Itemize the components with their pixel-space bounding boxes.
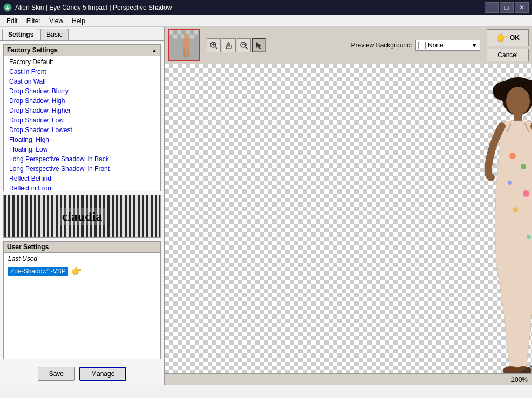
- svg-marker-39: [483, 291, 532, 373]
- list-item[interactable]: Drop Shadow, Low: [4, 115, 160, 125]
- svg-rect-6: [194, 30, 198, 35]
- watermark-area: claudia: [4, 195, 160, 237]
- scroll-indicator: ▲: [152, 47, 157, 53]
- save-button[interactable]: Save: [38, 367, 75, 381]
- zoom-in-icon: [209, 41, 218, 50]
- left-panel: Settings Basic Factory Settings ▲ Factor…: [0, 27, 165, 385]
- right-panel: Preview Background: None ▼ 👉 OK Cancel: [165, 27, 532, 385]
- svg-rect-7: [173, 35, 178, 39]
- dropdown-arrow-icon: ▼: [471, 42, 478, 49]
- toolbar-tools: [207, 38, 266, 52]
- user-item[interactable]: Zoe-Shadow1-VSP 👉: [4, 265, 160, 277]
- arrow-icon: 👉: [71, 266, 82, 276]
- svg-rect-12: [183, 49, 186, 57]
- list-item[interactable]: Factory Default: [4, 57, 160, 67]
- list-item[interactable]: Drop Shadow, Higher: [4, 106, 160, 115]
- factory-settings-header: Factory Settings ▲: [4, 45, 160, 56]
- list-item[interactable]: Floating, Low: [4, 145, 160, 154]
- preview-thumbnail: [168, 29, 200, 61]
- svg-marker-38: [483, 291, 532, 373]
- tab-bar: Settings Basic: [0, 27, 164, 41]
- list-item[interactable]: Reflect Behind: [4, 174, 160, 183]
- zoom-level: 100%: [511, 376, 528, 383]
- svg-rect-13: [187, 49, 189, 57]
- menu-edit[interactable]: Edit: [2, 16, 22, 26]
- zoom-tool[interactable]: [237, 38, 251, 52]
- app-icon: A: [3, 3, 12, 12]
- pan-tool[interactable]: [222, 38, 236, 52]
- list-item[interactable]: Reflect in Front: [4, 183, 160, 191]
- shadow-svg: [316, 269, 532, 373]
- preview-bg-select[interactable]: None ▼: [415, 40, 480, 51]
- svg-point-10: [184, 33, 188, 38]
- svg-rect-4: [177, 30, 181, 35]
- preview-canvas[interactable]: [165, 64, 532, 373]
- tab-basic[interactable]: Basic: [40, 29, 68, 40]
- close-button[interactable]: ✕: [515, 2, 529, 13]
- svg-point-33: [527, 235, 531, 239]
- ok-cancel-buttons: 👉 OK Cancel: [487, 29, 529, 61]
- svg-rect-9: [190, 35, 194, 39]
- svg-point-31: [523, 190, 529, 197]
- preview-bg-label: Preview Background:: [351, 42, 412, 49]
- maximize-button[interactable]: □: [500, 2, 514, 13]
- list-item[interactable]: Drop Shadow, High: [4, 96, 160, 106]
- svg-line-19: [245, 47, 248, 49]
- user-settings-header: User Settings: [4, 242, 160, 253]
- thumb-svg: [169, 30, 199, 61]
- zoom-icon: [240, 41, 248, 50]
- manage-button[interactable]: Manage: [79, 367, 126, 381]
- list-item[interactable]: Long Perspective Shadow, in Front: [4, 164, 160, 174]
- title-bar: A Alien Skin | Eye Candy 5 Impact | Pers…: [0, 0, 532, 15]
- svg-line-15: [215, 47, 217, 49]
- bottom-buttons: Save Manage: [0, 362, 164, 385]
- list-item[interactable]: Cast in Front: [4, 67, 160, 77]
- list-item[interactable]: Drop Shadow, Blurry: [4, 86, 160, 96]
- cancel-button[interactable]: Cancel: [487, 49, 529, 61]
- list-item[interactable]: Long Perspective Shadow, in Back: [4, 154, 160, 164]
- menu-help[interactable]: Help: [67, 16, 90, 26]
- status-bar: 100%: [165, 373, 532, 385]
- zoom-in-tool[interactable]: [207, 38, 221, 52]
- list-item[interactable]: Drop Shadow, Lowest: [4, 125, 160, 135]
- preview-toolbar: Preview Background: None ▼ 👉 OK Cancel: [165, 27, 532, 64]
- menu-view[interactable]: View: [45, 16, 67, 26]
- svg-point-30: [508, 181, 512, 185]
- preview-bg-value: None: [428, 42, 444, 49]
- factory-settings-list[interactable]: Factory Default Cast in Front Cast on Wa…: [4, 56, 160, 191]
- watermark-text: claudia: [58, 208, 107, 225]
- svg-rect-11: [183, 38, 189, 49]
- list-item[interactable]: Floating, High: [4, 135, 160, 145]
- factory-settings-section: Factory Settings ▲ Factory Default Cast …: [3, 44, 161, 191]
- last-used-label: Last Used: [4, 253, 160, 265]
- svg-point-25: [506, 87, 530, 115]
- selected-user-item[interactable]: Zoe-Shadow1-VSP: [8, 267, 68, 276]
- hand-icon: [224, 41, 233, 50]
- svg-point-28: [509, 153, 516, 159]
- select-tool[interactable]: [252, 38, 266, 52]
- menu-filter[interactable]: Filter: [22, 16, 45, 26]
- svg-point-29: [521, 164, 526, 169]
- ok-hand-icon: 👉: [496, 32, 508, 44]
- minimize-button[interactable]: ─: [485, 2, 499, 13]
- svg-point-32: [513, 207, 518, 212]
- preview-bg-color-swatch: [418, 42, 426, 49]
- list-item[interactable]: Cast on Wall: [4, 77, 160, 86]
- tab-settings[interactable]: Settings: [2, 29, 39, 40]
- arrow-icon: [255, 41, 263, 50]
- svg-text:A: A: [6, 5, 10, 11]
- window-title: Alien Skin | Eye Candy 5 Impact | Perspe…: [15, 4, 172, 11]
- menu-bar: Edit Filter View Help: [0, 15, 532, 27]
- preview-bg-container: Preview Background: None ▼: [351, 40, 480, 51]
- ok-button[interactable]: 👉 OK: [487, 29, 529, 46]
- svg-rect-3: [169, 30, 173, 35]
- user-settings-section: User Settings Last Used Zoe-Shadow1-VSP …: [3, 241, 161, 359]
